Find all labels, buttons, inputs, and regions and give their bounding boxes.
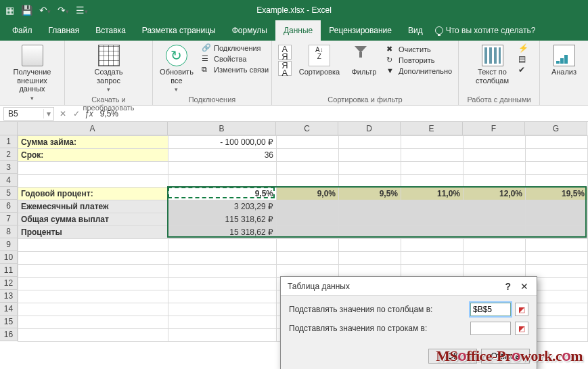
cell-F2[interactable] [463,149,526,162]
row-header-6[interactable]: 6 [0,200,18,213]
cell-B14[interactable] [168,303,277,316]
cell-B8[interactable]: 15 318,62 ₽ [168,226,277,239]
cell-E7[interactable] [401,213,463,226]
cell-B13[interactable] [168,290,277,303]
tab-review[interactable]: Рецензирование [321,20,400,41]
row-header-4[interactable]: 4 [0,174,18,187]
cell-D5[interactable]: 9,5% [339,188,401,200]
cell-G1[interactable] [526,136,588,149]
cell-E1[interactable] [401,136,463,149]
dialog-help-icon[interactable]: ? [499,281,516,292]
row-header-14[interactable]: 14 [0,303,18,316]
cell-A3[interactable] [18,162,168,175]
sort-button[interactable]: Сортировка [297,43,342,78]
cell-D10[interactable] [339,252,401,265]
cell-G8[interactable] [526,226,588,239]
cell-A9[interactable] [18,239,168,252]
cell-F4[interactable] [463,175,526,188]
sort-asc-button[interactable]: АЯ [278,45,292,60]
cell-D11[interactable] [339,265,401,278]
ref-picker-icon[interactable]: ◩ [515,303,528,316]
dialog-close-icon[interactable]: ✕ [516,281,533,292]
reapply-filter-button[interactable]: ↻Повторить [386,56,452,65]
cell-B10[interactable] [168,252,277,265]
cell-B11[interactable] [168,265,277,278]
cell-D6[interactable] [339,200,401,213]
cell-B3[interactable] [168,162,277,175]
cell-E2[interactable] [401,149,463,162]
cell-D9[interactable] [339,239,401,252]
cell-C2[interactable] [277,149,339,162]
cell-A10[interactable] [18,252,168,265]
cell-C7[interactable] [277,213,339,226]
cell-F11[interactable] [463,265,526,278]
cell-D3[interactable] [339,162,401,175]
cell-E10[interactable] [401,252,463,265]
cell-E11[interactable] [401,265,463,278]
cell-D7[interactable] [339,213,401,226]
cell-F1[interactable] [463,136,526,149]
cell-F6[interactable] [463,200,526,213]
column-header-G[interactable]: G [525,122,587,135]
row-header-10[interactable]: 10 [0,251,18,264]
cell-C11[interactable] [277,265,339,278]
cell-B12[interactable] [168,278,277,290]
row-header-13[interactable]: 13 [0,290,18,303]
cell-G5[interactable]: 19,5% [526,188,588,200]
cell-A1[interactable]: Сумма займа: [18,136,168,149]
cell-B16[interactable] [168,329,277,342]
cell-B15[interactable] [168,316,277,329]
cell-C9[interactable] [277,239,339,252]
cell-C3[interactable] [277,162,339,175]
properties-button[interactable]: ☰Свойства [202,54,269,64]
undo-icon[interactable]: ↶▾ [39,5,51,16]
edit-links-button[interactable]: ⧉Изменить связи [202,65,269,74]
row-header-9[interactable]: 9 [0,238,18,251]
cell-B4[interactable] [168,175,277,188]
column-header-C[interactable]: C [276,122,338,135]
cell-A15[interactable] [18,316,168,329]
cell-G6[interactable] [526,200,588,213]
cell-A16[interactable] [18,329,168,342]
text-to-columns-button[interactable]: Текст по столбцам [471,43,514,86]
cell-C8[interactable] [277,226,339,239]
column-header-D[interactable]: D [338,122,401,135]
clear-filter-button[interactable]: ✖Очистить [386,45,452,54]
cell-D4[interactable] [339,175,401,188]
formula-input[interactable]: 9,5% [97,109,588,118]
cell-G4[interactable] [526,175,588,188]
connections-button[interactable]: 🔗Подключения [202,43,269,53]
row-header-2[interactable]: 2 [0,148,18,161]
cell-A4[interactable] [18,175,168,188]
cell-B7[interactable]: 115 318,62 ₽ [168,213,277,226]
save-icon[interactable]: 💾 [21,5,32,16]
cell-B5[interactable]: 9,5% [168,188,277,200]
tab-insert[interactable]: Вставка [87,20,134,41]
cell-E6[interactable] [401,200,463,213]
cell-F3[interactable] [463,162,526,175]
row-header-5[interactable]: 5 [0,187,18,200]
tab-home[interactable]: Главная [41,20,88,41]
row-input-cell-field[interactable] [470,322,511,335]
cell-E4[interactable] [401,175,463,188]
tab-view[interactable]: Вид [400,20,431,41]
name-box-dropdown-icon[interactable]: ▾ [43,109,53,118]
cell-E5[interactable]: 11,0% [401,188,463,200]
remove-dup-icon[interactable]: ▤ [518,54,528,64]
touch-mode-icon[interactable]: ☰▾ [76,5,88,16]
cell-A8[interactable]: Проценты [18,226,168,239]
row-header-8[interactable]: 8 [0,225,18,238]
row-header-1[interactable]: 1 [0,135,18,148]
cell-B2[interactable]: 36 [168,149,277,162]
cell-F7[interactable] [463,213,526,226]
redo-icon[interactable]: ↷▾ [58,5,69,16]
cell-F10[interactable] [463,252,526,265]
cell-G11[interactable] [526,265,588,278]
dialog-titlebar[interactable]: Таблица данных ? ✕ [281,277,537,296]
cell-E3[interactable] [401,162,463,175]
cell-C10[interactable] [277,252,339,265]
cell-A11[interactable] [18,265,168,278]
cell-A12[interactable] [18,278,168,290]
cell-E8[interactable] [401,226,463,239]
cancel-formula-icon[interactable]: ✕ [56,109,70,118]
